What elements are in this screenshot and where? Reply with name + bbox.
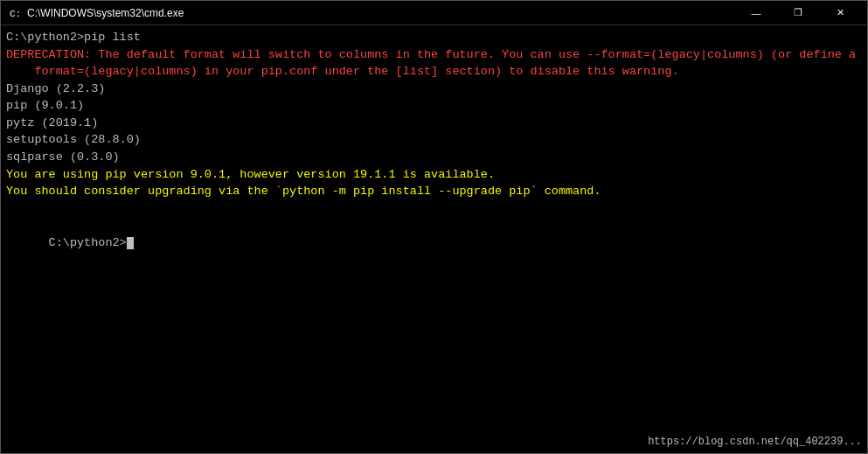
package-sqlparse: sqlparse (0.3.0) — [6, 149, 862, 166]
restore-button[interactable]: ❐ — [778, 1, 818, 25]
title-bar: C: C:\WINDOWS\system32\cmd.exe — ❐ ✕ — [1, 1, 867, 25]
console-output[interactable]: C:\python2>pip list DEPRECATION: The def… — [1, 25, 867, 453]
package-django: Django (2.2.3) — [6, 80, 862, 98]
window-title: C:\WINDOWS\system32\cmd.exe — [27, 7, 184, 19]
warning-line-2: You should consider upgrading via the `p… — [6, 183, 862, 200]
package-pytz: pytz (2019.1) — [6, 115, 862, 132]
minimize-button[interactable]: — — [736, 1, 776, 25]
cmd-window: C: C:\WINDOWS\system32\cmd.exe — ❐ ✕ C:\… — [0, 0, 868, 454]
close-button[interactable]: ✕ — [820, 1, 860, 25]
prompt-line-1: C:\python2>pip list — [6, 29, 862, 46]
empty-line — [6, 200, 862, 218]
deprecation-line-2: format=(legacy|columns) in your pip.conf… — [6, 63, 862, 80]
cmd-icon: C: — [8, 6, 22, 20]
window-controls: — ❐ ✕ — [736, 1, 860, 25]
warning-line-1: You are using pip version 9.0.1, however… — [6, 166, 862, 184]
title-bar-left: C: C:\WINDOWS\system32\cmd.exe — [8, 6, 184, 20]
package-setuptools: setuptools (28.8.0) — [6, 131, 862, 149]
deprecation-line-1: DEPRECATION: The default format will swi… — [6, 46, 862, 64]
watermark: https://blog.csdn.net/qq_402239... — [648, 436, 862, 448]
prompt-line-2: C:\python2> — [6, 217, 862, 269]
cursor — [127, 237, 134, 249]
svg-text:C:: C: — [10, 9, 21, 19]
package-pip: pip (9.0.1) — [6, 97, 862, 115]
